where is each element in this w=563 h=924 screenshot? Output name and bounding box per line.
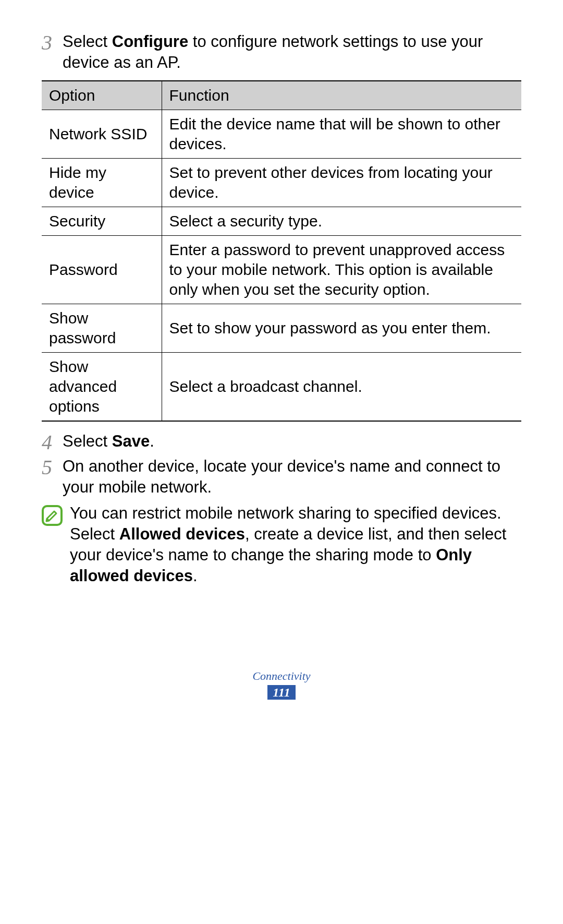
bold-text: Configure [112,32,188,51]
page-number: 111 [267,685,295,700]
cell-function: Set to show your password as you enter t… [162,304,521,353]
options-table: Option Function Network SSID Edit the de… [42,80,521,422]
bold-text: Allowed devices [119,525,245,543]
step-text: Select Save. [63,431,154,452]
table-row: Show password Set to show your password … [42,304,521,353]
page-footer: Connectivity 111 [0,669,563,700]
step-number: 5 [42,456,63,478]
table-row: Hide my device Set to prevent other devi… [42,159,521,207]
step-number: 3 [42,31,63,53]
table-row: Show advanced options Select a broadcast… [42,353,521,422]
table-row: Network SSID Edit the device name that w… [42,110,521,159]
col-header-function: Function [162,81,521,110]
step-number: 4 [42,431,63,453]
step-text: On another device, locate your device's … [63,456,521,498]
section-title: Connectivity [0,669,563,683]
text: . [193,567,198,585]
manual-page: 3 Select Configure to configure network … [0,0,563,924]
note-icon [42,505,63,526]
text: Select [63,32,112,51]
text: . [150,432,154,450]
cell-function: Enter a password to prevent unapproved a… [162,236,521,304]
cell-function: Select a security type. [162,207,521,236]
text: Select [63,432,112,450]
cell-function: Edit the device name that will be shown … [162,110,521,159]
step-text: Select Configure to configure network se… [63,31,521,73]
cell-option: Show advanced options [42,353,162,422]
table-row: Password Enter a password to prevent una… [42,236,521,304]
step-5: 5 On another device, locate your device'… [42,456,521,498]
cell-function: Select a broadcast channel. [162,353,521,422]
table-row: Security Select a security type. [42,207,521,236]
table-header-row: Option Function [42,81,521,110]
cell-option: Hide my device [42,159,162,207]
note-block: You can restrict mobile network sharing … [42,503,521,586]
cell-option: Password [42,236,162,304]
col-header-option: Option [42,81,162,110]
cell-option: Show password [42,304,162,353]
cell-option: Network SSID [42,110,162,159]
cell-function: Set to prevent other devices from locati… [162,159,521,207]
step-4: 4 Select Save. [42,431,521,453]
cell-option: Security [42,207,162,236]
bold-text: Save [112,432,150,450]
note-text: You can restrict mobile network sharing … [70,503,521,586]
step-3: 3 Select Configure to configure network … [42,31,521,73]
